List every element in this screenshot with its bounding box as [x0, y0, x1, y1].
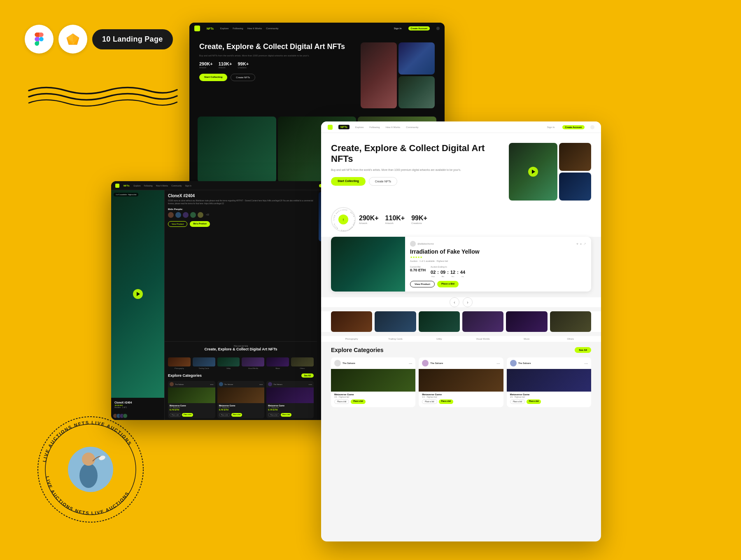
wl-hero-sub-bot [559, 173, 591, 201]
wl-card-avatar [410, 241, 416, 247]
wl-thumb-1 [331, 311, 372, 332]
cat-others: Others [291, 357, 314, 369]
wl-current-bid: Current Bid 0.70 ETH [410, 266, 426, 278]
nav-title-dark1: NFTs [207, 27, 214, 30]
wl-ex-view-3[interactable]: Place a bid [510, 399, 525, 404]
wl-ex-creator-2: The Salvare [430, 362, 495, 364]
wl-ex-img-2 [419, 369, 503, 392]
card2-bid-btn[interactable]: Place a bid [231, 413, 242, 417]
wl-ex-dots-1[interactable]: ••• [409, 362, 412, 365]
nav-explore-dark1[interactable]: Explore [220, 27, 228, 30]
dark-window-2: NFTs Explore Following How It Works Comm… [111, 181, 350, 420]
wl-ex-card1-header: The Salvare ••• [331, 357, 415, 369]
hero-stats-dark1: 290K+ Artwork 110K+ Artwork 99K+ Creatio… [199, 61, 354, 69]
wl-nav-community[interactable]: Community [406, 126, 418, 128]
card2-creator: The Salvare [224, 383, 233, 385]
wl-explore-card-2: The Salvare ••• Metaverse Game 1/1 · Hig… [419, 357, 503, 407]
card2-btns: Place a bid Place a bid [217, 412, 265, 418]
card3-dots: ••• [309, 383, 312, 386]
card2-view-btn[interactable]: Place a bid [219, 413, 230, 417]
wl-ex-dots-3[interactable]: ••• [585, 362, 588, 365]
wl-ex-bid-3[interactable]: Place a bid [527, 399, 541, 404]
nav-signin-dark1[interactable]: Sign In [394, 27, 402, 30]
card3-img [266, 387, 314, 403]
bookmark-icon[interactable]: ♦ [580, 242, 582, 246]
hero-stat-2: 110K+ Artwork [219, 61, 232, 69]
share-icon[interactable]: ↗ [583, 242, 586, 246]
card1-dots: ••• [210, 383, 213, 386]
wl-see-all-btn[interactable]: See All [575, 347, 591, 353]
w2-see-all-btn[interactable]: See All [301, 373, 314, 378]
heart-icon[interactable]: ♥ [576, 242, 578, 246]
nav-howitworks-dark1[interactable]: How It Works [247, 27, 262, 30]
hero-img-3 [398, 76, 435, 108]
wl-cat-utility: Utility [419, 338, 460, 340]
wl-timer-display: 02 Hour : 09 Min : 12 Sec : [431, 268, 465, 278]
card3-bid-btn[interactable]: Place a bid [281, 413, 291, 417]
wl-timer-sep3: : [457, 270, 459, 275]
prev-arrow[interactable]: ‹ [450, 297, 459, 307]
wl-auction-timer: Auction Ending In: 02 Hour : 09 Min : [431, 266, 465, 278]
w2-view-btn[interactable]: View Product [168, 221, 187, 227]
bid-more: +12 [206, 212, 209, 218]
wl-ex-sub-3: 1/1 · Highest bid [510, 396, 588, 398]
w2-bid-btn[interactable]: Bid a Product [190, 221, 210, 227]
card1-bid-btn[interactable]: Place a bid [182, 413, 193, 417]
auction-circle: ↑ LIVE AUCTIONS · NFTS · LIVE AUCTIONS ·… [331, 207, 356, 232]
wl-ex-bid-1[interactable]: Place a bid [351, 399, 366, 404]
wl-ex-avatar-3 [510, 360, 517, 366]
start-collecting-btn-dark1[interactable]: Start Collecting [199, 74, 227, 81]
hero-stat-1: 290K+ Artwork [199, 61, 213, 69]
wl-ex-avatar-1 [334, 360, 341, 366]
wl-nav-following[interactable]: Following [369, 126, 380, 128]
nav-community-dark1[interactable]: Community [266, 27, 278, 30]
hero-desc-dark1: Buy and sell NFTs from the world's artis… [199, 54, 354, 57]
wl-ex-avatar-2 [422, 360, 429, 366]
wl-nav-explore[interactable]: Explore [355, 126, 364, 128]
wl-nav-create-btn[interactable]: Create Account [562, 125, 585, 129]
play-button-w2[interactable] [133, 289, 143, 299]
wl-ex-dots-2[interactable]: ••• [496, 362, 500, 365]
create-nfts-btn-dark1[interactable]: Create NFTs [231, 74, 255, 81]
wl-auction-card: @allakechome ♥ ♦ ↗ Irradiation of Fake Y… [331, 237, 591, 292]
wl-explore-grid: The Salvare ••• Metaverse Game 1/1 · Hig… [331, 357, 591, 407]
wl-place-bid-btn[interactable]: Place a Bid [437, 281, 459, 287]
auction-ring-svg: LIVE AUCTIONS · NFTS · LIVE AUCTIONS · N… [332, 208, 357, 233]
wl-view-product-btn[interactable]: View Product [410, 281, 435, 287]
available-tag: 1 of 1 available · Highest bid [114, 193, 138, 196]
wl-ex-view-2[interactable]: Place a bid [422, 399, 437, 404]
card1-view-btn[interactable]: Place a bid [170, 413, 181, 417]
wl-ex-card3-header: The Salvare ••• [507, 357, 591, 369]
card2-img [217, 387, 265, 403]
hero-images-dark1 [361, 42, 435, 108]
wl-thumb-3 [419, 311, 460, 332]
wl-play-btn[interactable] [528, 167, 538, 177]
wl-hero-img-sub [559, 143, 591, 201]
next-arrow[interactable]: › [463, 297, 473, 307]
cat-label-photo: Photography [168, 367, 191, 369]
w2-main-content: 1 of 1 available · Highest bid CloneX #2… [111, 190, 350, 420]
wl-start-collecting-btn[interactable]: Start Collecting [331, 177, 366, 186]
wl-hero-desc: Buy and sell NFTs from the world's artis… [331, 168, 502, 172]
wl-ex-view-1[interactable]: Place a bid [334, 399, 349, 404]
bid-avatar-5 [198, 212, 203, 218]
wl-ex-bid-2[interactable]: Place a bid [439, 399, 454, 404]
nav-following-dark1[interactable]: Following [233, 27, 243, 30]
card3-view-btn[interactable]: Place a bid [268, 413, 279, 417]
wl-create-nfts-btn[interactable]: Create NFTs [369, 177, 397, 186]
top-left-badges: 10 Landing Page [25, 25, 173, 54]
figma-icon [33, 33, 46, 46]
wl-nav-signin[interactable]: Sign In [547, 126, 555, 128]
wl-card-art-img [331, 237, 405, 292]
nav-links-dark1: Explore Following How It Works Community [220, 27, 279, 30]
wl-nav-title: NFTs [338, 125, 350, 129]
hero-title-dark1: Create, Explore & Collect Digital Art NF… [199, 42, 354, 51]
nft-card-2: The Salvare ••• Metaverse Game 1/1 · Hig… [217, 381, 265, 418]
w2-sidebar-info: CloneX #2404 ★★★★★ Auction · 1 of 1 [111, 398, 164, 412]
cat-img-trading [193, 357, 215, 366]
wl-ex-sub-1: 1/1 · Highest bid [334, 396, 412, 398]
wl-nav-howitworks[interactable]: How It Works [386, 126, 401, 128]
wl-cat-visual: Visual Worlds [462, 338, 503, 340]
wl-cat-labels: Photography Trading Cards Utility Visual… [321, 336, 601, 342]
nav-create-dark1[interactable]: Create Account [408, 26, 430, 30]
